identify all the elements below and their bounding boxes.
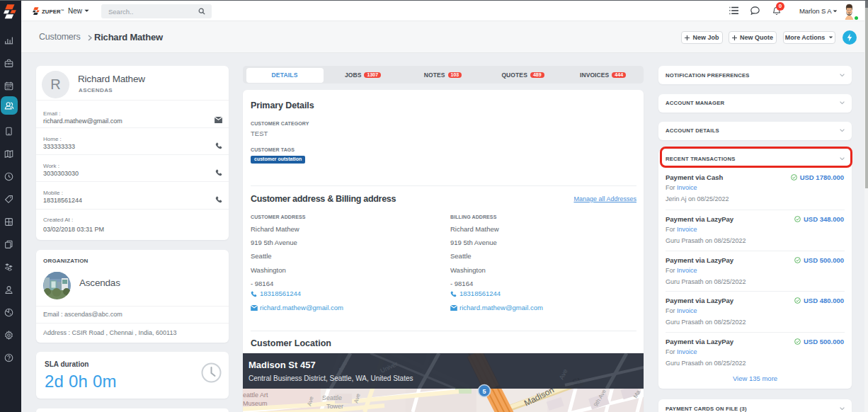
svg-text:5: 5: [482, 388, 486, 395]
svg-text:Museum: Museum: [243, 400, 268, 407]
svg-text:Central Business District, Sea: Central Business District, Seattle, WA, …: [249, 374, 413, 382]
svg-text:Madison St 457: Madison St 457: [249, 360, 316, 370]
svg-text:eattle Art: eattle Art: [243, 391, 268, 399]
svg-text:Seattle: Seattle: [322, 394, 342, 401]
svg-text:Tower: Tower: [326, 403, 343, 410]
